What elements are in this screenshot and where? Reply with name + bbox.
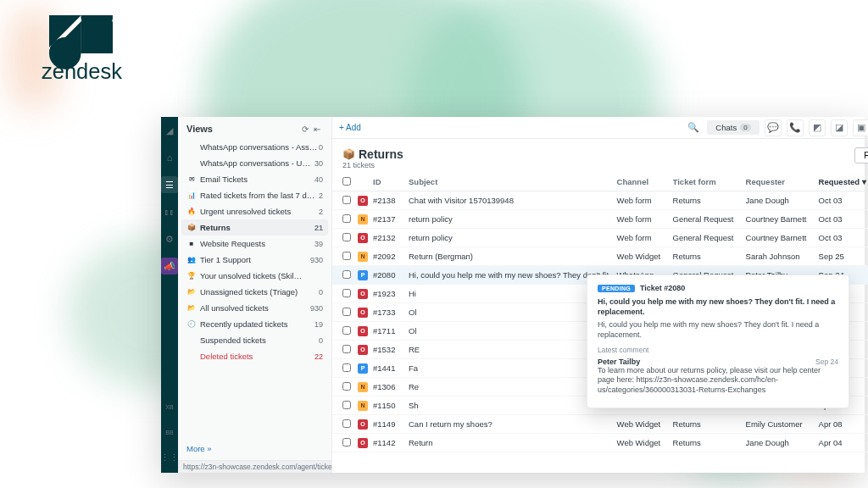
cell-requested: Oct 03: [819, 214, 868, 224]
cell-subject: Ol: [409, 326, 617, 336]
cell-subject: Fa: [409, 363, 617, 373]
status-badge: N: [358, 214, 368, 225]
view-item[interactable]: 👥Tier 1 Support930: [181, 252, 328, 268]
status-badge: N: [358, 252, 368, 262]
row-checkbox[interactable]: [342, 382, 351, 391]
rail-home-icon[interactable]: ⌂: [161, 149, 178, 166]
app-icon-2[interactable]: ◪: [831, 119, 848, 136]
view-item-label: Suspended tickets: [200, 336, 319, 345]
phone-icon[interactable]: 📞: [787, 119, 804, 136]
view-item-icon: ✉: [186, 175, 197, 183]
select-all-checkbox[interactable]: [342, 177, 351, 186]
popover-status-badge: PENDING: [598, 285, 635, 292]
row-checkbox[interactable]: [342, 289, 351, 297]
col-channel[interactable]: Channel: [617, 177, 673, 186]
row-checkbox[interactable]: [342, 438, 351, 446]
nav-rail: ◢ ⌂ ☰ ⫾⫾ ⚙ 📣 XB BB ⋮⋮: [161, 117, 178, 473]
row-checkbox[interactable]: [342, 252, 351, 260]
conversations-icon[interactable]: 💬: [765, 119, 782, 136]
cell-id: #2137: [373, 214, 409, 224]
row-checkbox[interactable]: [342, 308, 351, 316]
view-item-label: All unsolved tickets: [200, 303, 310, 313]
app-icon-1[interactable]: ◩: [809, 119, 826, 136]
table-row[interactable]: O#2138Chat with Visitor 1570139948Web fo…: [332, 191, 868, 210]
view-item-count: 0: [319, 143, 323, 152]
chats-label: Chats: [715, 123, 737, 132]
views-more-link[interactable]: More »: [178, 437, 331, 460]
view-item[interactable]: Suspended tickets0: [181, 332, 328, 348]
col-form[interactable]: Ticket form: [673, 177, 746, 186]
view-item[interactable]: 🔥Urgent unresolved tickets2: [181, 203, 328, 219]
rail-broadcast-icon[interactable]: 📣: [161, 258, 178, 274]
cell-subject: Hi: [409, 289, 617, 298]
row-checkbox[interactable]: [342, 326, 351, 335]
views-list: WhatsApp conversations - Assig…0WhatsApp…: [178, 139, 331, 437]
view-item[interactable]: 📂Unassigned tickets (Triage)0: [181, 284, 328, 300]
view-item[interactable]: 📊Rated tickets from the last 7 d…2: [181, 187, 328, 203]
table-row[interactable]: O#1149Can I return my shoes?Web WidgetRe…: [332, 415, 868, 434]
view-item-label: Email Tickets: [200, 175, 314, 184]
view-item[interactable]: 📂All unsolved tickets930: [181, 300, 328, 316]
cell-subject: Return: [409, 438, 617, 447]
status-badge: O: [358, 289, 368, 299]
row-checkbox[interactable]: [342, 196, 351, 204]
rail-apps-icon[interactable]: ⋮⋮: [161, 449, 178, 466]
views-collapse-icon[interactable]: ⇤: [311, 125, 323, 134]
table-row[interactable]: N#2092Return (Bergman)Web WidgetReturnsS…: [332, 247, 868, 266]
rail-bb-icon[interactable]: BB: [161, 424, 178, 441]
cell-subject: return policy: [409, 233, 617, 242]
add-tab-button[interactable]: + Add: [339, 123, 361, 132]
view-item[interactable]: ✉Email Tickets40: [181, 171, 328, 187]
view-item[interactable]: Deleted tickets22: [181, 348, 328, 364]
view-item-label: Website Requests: [200, 239, 314, 248]
status-badge: O: [358, 233, 368, 243]
row-checkbox[interactable]: [342, 345, 351, 353]
row-checkbox[interactable]: [342, 401, 351, 409]
col-subject[interactable]: Subject: [409, 177, 617, 186]
chats-button[interactable]: Chats 0: [707, 120, 759, 135]
view-item[interactable]: 🕘Recently updated tickets19: [181, 316, 328, 332]
table-header: ID Subject Channel Ticket form Requester…: [332, 173, 868, 191]
status-badge: N: [358, 401, 368, 411]
views-refresh-icon[interactable]: ⟳: [299, 125, 311, 134]
status-badge: O: [358, 196, 368, 206]
col-id[interactable]: ID: [373, 177, 409, 186]
play-button[interactable]: Play: [854, 147, 868, 164]
rail-views-icon[interactable]: ☰: [161, 176, 178, 193]
row-checkbox[interactable]: [342, 214, 351, 223]
view-item[interactable]: WhatsApp conversations - Assig…0: [181, 139, 328, 155]
row-checkbox[interactable]: [342, 363, 351, 372]
view-item-icon: 📦: [186, 224, 197, 231]
status-badge: O: [358, 326, 368, 336]
rail-reporting-icon[interactable]: ⫾⫾: [161, 203, 178, 220]
cell-id: #1923: [373, 289, 409, 298]
search-icon[interactable]: 🔍: [685, 119, 702, 136]
svg-text:zendesk: zendesk: [42, 59, 122, 83]
row-checkbox[interactable]: [342, 270, 351, 279]
view-item-count: 2: [319, 208, 323, 216]
table-row[interactable]: O#1142ReturnWeb WidgetReturnsJane DoughA…: [332, 434, 868, 452]
cell-requested: Sep 25: [819, 252, 868, 261]
view-item[interactable]: 📦Returns21: [181, 219, 328, 236]
popover-description: Hi, could you help me with my new shoes?…: [598, 320, 838, 340]
cell-channel: Web Widget: [617, 438, 673, 447]
row-checkbox[interactable]: [342, 233, 351, 241]
row-checkbox[interactable]: [342, 419, 351, 428]
view-item-icon: 🔥: [186, 208, 197, 215]
cell-subject: Ol: [409, 308, 617, 317]
status-badge: P: [358, 270, 368, 280]
table-row[interactable]: O#2132return policyWeb formGeneral Reque…: [332, 229, 868, 247]
rail-xb-icon[interactable]: XB: [161, 398, 178, 415]
col-requested[interactable]: Requested ▾: [819, 177, 868, 186]
view-item[interactable]: ■Website Requests39: [181, 236, 328, 252]
rail-logo-icon[interactable]: ◢: [161, 122, 178, 139]
view-item-icon: 🕘: [186, 320, 197, 328]
cell-form: Returns: [673, 196, 746, 205]
table-row[interactable]: N#2137return policyWeb formGeneral Reque…: [332, 210, 868, 229]
view-item[interactable]: WhatsApp conversations - Unass…30: [181, 155, 328, 171]
app-icon-3[interactable]: ▣: [853, 119, 868, 136]
view-item[interactable]: 🏆Your unsolved tickets (Skil…: [181, 268, 328, 284]
cell-form: Returns: [673, 438, 746, 447]
rail-admin-icon[interactable]: ⚙: [161, 230, 178, 247]
col-requester[interactable]: Requester: [746, 177, 819, 186]
